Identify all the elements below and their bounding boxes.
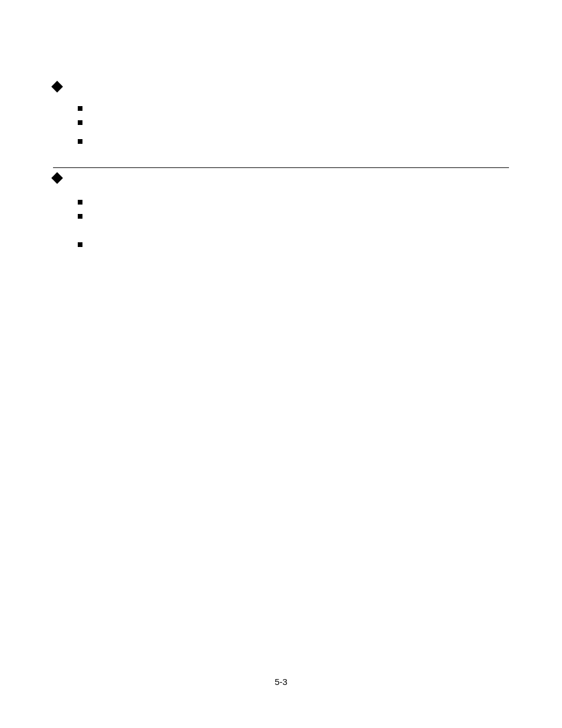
section-divider	[53, 167, 509, 168]
sub-bullet-list-1	[78, 105, 509, 144]
level-1-bullet	[53, 83, 509, 91]
page-number: 5-3	[0, 677, 562, 687]
sub-bullet-list-2	[78, 199, 509, 247]
square-bullet-icon	[78, 120, 82, 125]
level-2-bullet	[78, 213, 509, 219]
diamond-bullet-icon	[51, 81, 63, 93]
square-bullet-icon	[78, 106, 82, 111]
bullet-section-1	[53, 83, 509, 144]
bullet-section-2	[53, 174, 509, 247]
diamond-bullet-icon	[51, 172, 63, 184]
level-2-bullet	[78, 105, 509, 111]
level-2-bullet	[78, 241, 509, 247]
page-content	[0, 0, 562, 247]
level-2-bullet	[78, 119, 509, 125]
level-2-bullet	[78, 199, 509, 205]
level-1-bullet	[53, 174, 509, 182]
square-bullet-icon	[78, 242, 82, 247]
square-bullet-icon	[78, 214, 82, 219]
square-bullet-icon	[78, 200, 82, 205]
level-2-bullet	[78, 138, 509, 144]
square-bullet-icon	[78, 139, 82, 144]
